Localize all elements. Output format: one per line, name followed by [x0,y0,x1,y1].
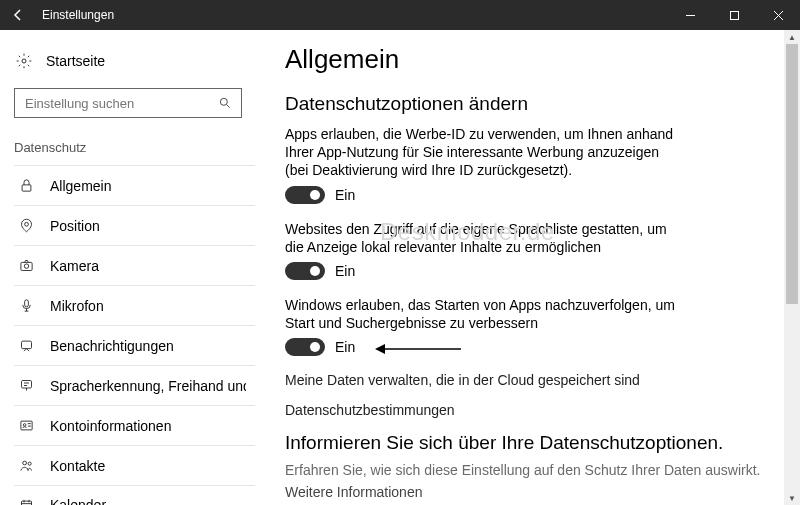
speech-icon [16,378,36,393]
info-description: Erfahren Sie, wie sich diese Einstellung… [285,462,780,478]
search-icon [217,96,233,110]
sidebar: Startseite Datenschutz Allgemein Positio… [0,30,255,505]
sidebar-item-mikrofon[interactable]: Mikrofon [14,285,255,325]
svg-rect-3 [22,185,31,191]
back-button[interactable] [4,0,32,30]
svg-point-6 [24,264,28,268]
option-description: Websites den Zugriff auf die eigene Spra… [285,220,685,256]
sidebar-item-benachrichtigungen[interactable]: Benachrichtigungen [14,325,255,365]
svg-rect-0 [730,11,738,19]
notification-icon [16,338,36,353]
sidebar-item-position[interactable]: Position [14,205,255,245]
svg-point-12 [22,461,26,465]
lock-icon [16,178,36,193]
svg-rect-9 [21,381,31,389]
calendar-icon [16,498,36,506]
option-language-list: Websites den Zugriff auf die eigene Spra… [285,220,685,280]
link-manage-cloud-data[interactable]: Meine Daten verwalten, die in der Cloud … [285,372,780,388]
microphone-icon [16,298,36,313]
option-description: Windows erlauben, das Starten von Apps n… [285,296,685,332]
annotation-arrow-icon [373,341,463,360]
sidebar-item-label: Position [36,218,100,234]
search-input[interactable] [14,88,242,118]
sidebar-item-kamera[interactable]: Kamera [14,245,255,285]
location-icon [16,218,36,233]
sidebar-item-kontoinformationen[interactable]: Kontoinformationen [14,405,255,445]
svg-point-11 [23,424,26,427]
gear-icon [14,53,34,69]
sidebar-item-label: Allgemein [36,178,111,194]
scroll-up-icon[interactable]: ▲ [784,30,800,44]
section-heading: Datenschutzoptionen ändern [285,93,780,115]
svg-point-4 [24,222,28,226]
option-advertising-id: Apps erlauben, die Werbe-ID zu verwenden… [285,125,685,204]
maximize-button[interactable] [712,0,756,30]
toggle-state-label: Ein [335,263,355,279]
svg-point-1 [22,59,26,63]
vertical-scrollbar[interactable]: ▲ ▼ [784,30,800,505]
svg-point-2 [220,98,227,105]
svg-rect-7 [24,300,28,307]
link-more-info[interactable]: Weitere Informationen [285,484,780,500]
toggle-state-label: Ein [335,339,355,355]
option-description: Apps erlauben, die Werbe-ID zu verwenden… [285,125,685,180]
svg-rect-10 [20,421,31,430]
account-icon [16,418,36,433]
search-field[interactable] [25,96,217,111]
svg-rect-8 [21,341,31,349]
info-section: Informieren Sie sich über Ihre Datenschu… [285,432,780,500]
window-title: Einstellungen [32,8,114,22]
sidebar-item-label: Kalender [36,497,106,505]
title-bar: Einstellungen [0,0,800,30]
home-link[interactable]: Startseite [14,44,255,78]
toggle-state-label: Ein [335,187,355,203]
close-button[interactable] [756,0,800,30]
main-panel: Allgemein Datenschutzoptionen ändern App… [255,30,800,505]
sidebar-section-header: Datenschutz [14,140,255,155]
scroll-down-icon[interactable]: ▼ [784,491,800,505]
sidebar-item-allgemein[interactable]: Allgemein [14,165,255,205]
sidebar-item-kontakte[interactable]: Kontakte [14,445,255,485]
sidebar-item-label: Kontoinformationen [36,418,171,434]
sidebar-item-label: Spracherkennung, Freihand und Eingabe [36,378,246,394]
camera-icon [16,258,36,273]
toggle-language-list[interactable] [285,262,325,280]
option-app-tracking: Windows erlauben, das Starten von Apps n… [285,296,685,356]
page-title: Allgemein [285,44,780,75]
link-privacy-statement[interactable]: Datenschutzbestimmungen [285,402,780,418]
toggle-app-tracking[interactable] [285,338,325,356]
info-heading: Informieren Sie sich über Ihre Datenschu… [285,432,780,454]
sidebar-item-label: Kontakte [36,458,105,474]
sidebar-item-label: Benachrichtigungen [36,338,174,354]
scrollbar-thumb[interactable] [786,44,798,304]
svg-point-13 [28,462,31,465]
contacts-icon [16,458,36,473]
sidebar-item-spracherkennung[interactable]: Spracherkennung, Freihand und Eingabe [14,365,255,405]
sidebar-item-label: Mikrofon [36,298,104,314]
toggle-advertising-id[interactable] [285,186,325,204]
sidebar-item-label: Kamera [36,258,99,274]
home-label: Startseite [34,53,105,69]
minimize-button[interactable] [668,0,712,30]
sidebar-item-kalender[interactable]: Kalender [14,485,255,505]
